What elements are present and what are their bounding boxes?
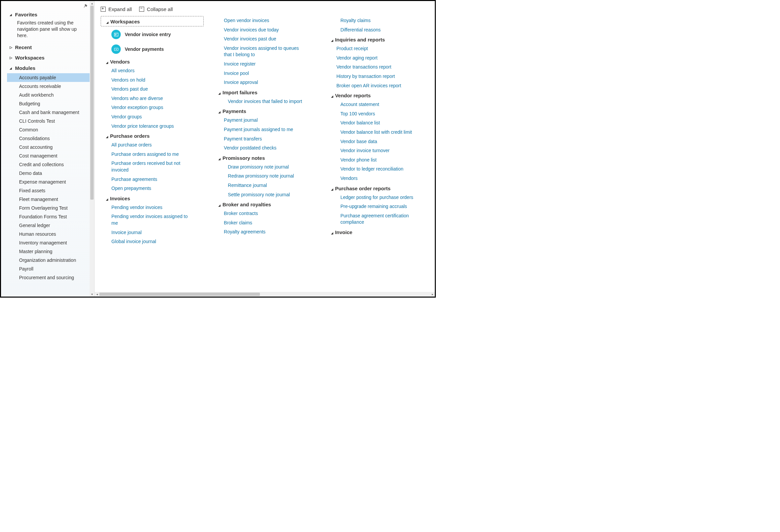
link-payment-transfers[interactable]: Payment transfers <box>213 135 316 144</box>
group-broker-royalties[interactable]: Broker and royalties <box>213 199 316 209</box>
link-pending-vendor-invoices[interactable]: Pending vendor invoices <box>101 203 204 212</box>
link-preupgrade-accruals[interactable]: Pre-upgrade remaining accruals <box>326 202 429 211</box>
link-vendor-invoice-turnover[interactable]: Vendor invoice turnover <box>326 146 429 156</box>
link-vendor-exception-groups[interactable]: Vendor exception groups <box>101 103 204 112</box>
module-item[interactable]: Cost management <box>7 152 90 160</box>
scrollbar-thumb[interactable] <box>90 6 94 200</box>
link-top-100-vendors[interactable]: Top 100 vendors <box>326 109 429 119</box>
link-invoice-approval[interactable]: Invoice approval <box>213 78 316 87</box>
link-invoice-register[interactable]: Invoice register <box>213 59 316 69</box>
module-item[interactable]: Demo data <box>7 169 90 177</box>
module-item[interactable]: Fleet management <box>7 195 90 204</box>
module-item[interactable]: Master planning <box>7 247 90 256</box>
link-remittance-journal[interactable]: Remittance journal <box>213 181 316 190</box>
link-draw-promissory[interactable]: Draw promissory note journal <box>213 162 316 172</box>
link-account-statement[interactable]: Account statement <box>326 100 429 109</box>
horizontal-scrollbar[interactable]: ◂ ▸ <box>95 292 435 297</box>
nav-recent[interactable]: Recent <box>4 42 90 53</box>
module-item[interactable]: Expense management <box>7 177 90 186</box>
link-po-received-not-invoiced[interactable]: Purchase orders received but not invoice… <box>101 159 191 174</box>
link-vendor-invoices-queues[interactable]: Vendor invoices assigned to queues that … <box>213 44 303 59</box>
link-invoices-failed-import[interactable]: Vendor invoices that failed to import <box>213 97 316 106</box>
link-purchase-agreements[interactable]: Purchase agreements <box>101 175 204 184</box>
sidebar-scrollbar[interactable]: ▴ ▾ <box>90 1 94 297</box>
link-vendor-invoices-past-due[interactable]: Vendor invoices past due <box>213 35 316 44</box>
link-royalty-agreements[interactable]: Royalty agreements <box>213 227 316 237</box>
scroll-right-icon[interactable]: ▸ <box>430 292 435 297</box>
link-broker-claims[interactable]: Broker claims <box>213 218 316 228</box>
link-vendor-groups[interactable]: Vendor groups <box>101 112 204 122</box>
scroll-up-icon[interactable]: ▴ <box>90 1 94 6</box>
group-inquiries-reports[interactable]: Inquiries and reports <box>326 35 429 44</box>
module-item[interactable]: Fixed assets <box>7 186 90 195</box>
group-import-failures[interactable]: Import failures <box>213 87 316 97</box>
module-item[interactable]: Organization administration <box>7 256 90 265</box>
link-settle-promissory[interactable]: Settle promissory note journal <box>213 190 316 200</box>
link-redraw-promissory[interactable]: Redraw promissory note journal <box>213 171 316 181</box>
scroll-down-icon[interactable]: ▾ <box>90 292 94 297</box>
module-item[interactable]: CLI Controls Test <box>7 117 90 125</box>
module-item[interactable]: Accounts payable <box>7 73 90 82</box>
link-ledger-posting-po[interactable]: Ledger posting for purchase orders <box>326 193 429 202</box>
scroll-left-icon[interactable]: ◂ <box>95 292 99 297</box>
link-vendor-postdated-checks[interactable]: Vendor postdated checks <box>213 144 316 153</box>
link-open-prepayments[interactable]: Open prepayments <box>101 184 204 193</box>
group-invoice-reports[interactable]: Invoice <box>326 227 429 237</box>
link-vendor-transactions[interactable]: Vendor transactions report <box>326 62 429 72</box>
nav-workspaces[interactable]: Workspaces <box>4 53 90 63</box>
link-all-purchase-orders[interactable]: All purchase orders <box>101 141 204 150</box>
module-item[interactable]: Common <box>7 125 90 134</box>
module-item[interactable]: Credit and collections <box>7 160 90 169</box>
module-item[interactable]: Consolidations <box>7 134 90 143</box>
link-product-receipt[interactable]: Product receipt <box>326 44 429 53</box>
group-po-reports[interactable]: Purchase order reports <box>326 183 429 193</box>
expand-all-button[interactable]: Expand all <box>101 6 132 12</box>
group-workspaces[interactable]: Workspaces <box>101 16 204 26</box>
link-vendor-ledger-recon[interactable]: Vendor to ledger reconciliation <box>326 164 429 174</box>
group-vendor-reports[interactable]: Vendor reports <box>326 90 429 100</box>
scrollbar-thumb[interactable] <box>99 292 260 296</box>
link-differential-reasons[interactable]: Differential reasons <box>326 25 429 35</box>
pin-icon[interactable] <box>83 4 88 9</box>
link-invoice-journal[interactable]: Invoice journal <box>101 228 204 237</box>
link-open-vendor-invoices[interactable]: Open vendor invoices <box>213 16 316 25</box>
link-royalty-claims[interactable]: Royalty claims <box>326 16 429 25</box>
link-broker-open-ar[interactable]: Broker open AR invoices report <box>326 81 429 91</box>
module-item[interactable]: Cash and bank management <box>7 108 90 117</box>
link-pa-cert-compliance[interactable]: Purchase agreement certification complia… <box>326 211 416 227</box>
link-po-assigned-to-me[interactable]: Purchase orders assigned to me <box>101 150 204 159</box>
group-invoices[interactable]: Invoices <box>101 193 204 203</box>
group-payments[interactable]: Payments <box>213 106 316 116</box>
link-vendor-invoices-due-today[interactable]: Vendor invoices due today <box>213 25 316 35</box>
group-promissory-notes[interactable]: Promissory notes <box>213 153 316 162</box>
link-vendor-phone-list[interactable]: Vendor phone list <box>326 156 429 165</box>
link-vendor-price-tolerance[interactable]: Vendor price tolerance groups <box>101 122 204 131</box>
link-vendor-balance-credit[interactable]: Vendor balance list with credit limit <box>326 128 429 137</box>
group-purchase-orders[interactable]: Purchase orders <box>101 131 204 141</box>
link-vendor-balance-list[interactable]: Vendor balance list <box>326 118 429 128</box>
module-item[interactable]: Inventory management <box>7 238 90 247</box>
link-history-by-transaction[interactable]: History by transaction report <box>326 72 429 81</box>
module-item[interactable]: Procurement and sourcing <box>7 273 90 282</box>
link-all-vendors[interactable]: All vendors <box>101 66 204 75</box>
module-item[interactable]: Payroll <box>7 265 90 273</box>
link-pending-vendor-invoices-me[interactable]: Pending vendor invoices assigned to me <box>101 212 191 228</box>
nav-modules[interactable]: Modules <box>4 63 90 73</box>
link-vendors-past-due[interactable]: Vendors past due <box>101 85 204 94</box>
workspace-vendor-payments[interactable]: Vendor payments <box>101 42 204 56</box>
module-item[interactable]: Accounts receivable <box>7 82 90 91</box>
module-item[interactable]: Form Overlayering Test <box>7 204 90 212</box>
link-vendor-aging[interactable]: Vendor aging report <box>326 53 429 63</box>
link-broker-contracts[interactable]: Broker contracts <box>213 209 316 218</box>
module-item[interactable]: General ledger <box>7 221 90 230</box>
module-item[interactable]: Cost accounting <box>7 143 90 152</box>
link-payment-journals-me[interactable]: Payment journals assigned to me <box>213 125 316 135</box>
link-payment-journal[interactable]: Payment journal <box>213 116 316 125</box>
link-vendor-base-data[interactable]: Vendor base data <box>326 137 429 147</box>
module-item[interactable]: Human resources <box>7 230 90 238</box>
group-vendors[interactable]: Vendors <box>101 56 204 66</box>
workspace-vendor-invoice-entry[interactable]: Vendor invoice entry <box>101 27 204 42</box>
module-item[interactable]: Audit workbench <box>7 91 90 99</box>
nav-favorites[interactable]: Favorites <box>4 9 90 20</box>
link-invoice-pool[interactable]: Invoice pool <box>213 69 316 78</box>
